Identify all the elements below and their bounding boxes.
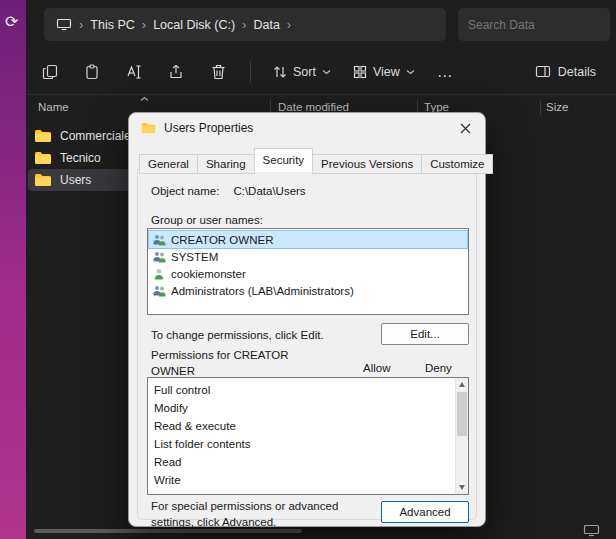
close-icon[interactable] bbox=[457, 120, 473, 136]
permissions-list: Full control Modify Read & execute List … bbox=[147, 377, 469, 495]
user-icon bbox=[152, 268, 166, 280]
breadcrumb-chevron-icon: › bbox=[79, 19, 83, 31]
paste-icon[interactable] bbox=[82, 62, 102, 82]
breadcrumb-chevron-icon: › bbox=[242, 19, 246, 31]
delete-icon[interactable] bbox=[208, 62, 228, 82]
group-user-list: CREATOR OWNER SYSTEM cookiemonster Admin… bbox=[147, 228, 469, 315]
object-name-value: C:\Data\Users bbox=[233, 185, 305, 197]
search-input[interactable] bbox=[468, 18, 616, 32]
permission-read[interactable]: Read bbox=[148, 453, 468, 471]
permissions-scrollbar[interactable] bbox=[455, 378, 468, 494]
sort-dropdown[interactable]: Sort bbox=[273, 65, 331, 79]
advanced-button[interactable]: Advanced bbox=[381, 501, 469, 523]
user-item-cookiemonster[interactable]: cookiemonster bbox=[149, 265, 467, 282]
tab-customize[interactable]: Customize bbox=[421, 154, 493, 174]
sort-icon bbox=[273, 65, 287, 79]
advanced-hint: For special permissions or advanced sett… bbox=[151, 499, 379, 530]
folder-icon bbox=[34, 151, 52, 165]
object-name-row: Object name: C:\Data\Users bbox=[151, 185, 306, 197]
app-edge-strip: ⟳ bbox=[0, 0, 26, 539]
breadcrumb-local-disk-c[interactable]: Local Disk (C:) bbox=[153, 18, 235, 32]
address-bar[interactable]: › This PC › Local Disk (C:) › Data › bbox=[44, 8, 446, 41]
user-name: SYSTEM bbox=[171, 251, 218, 263]
tab-previous-versions[interactable]: Previous Versions bbox=[312, 154, 422, 174]
users-properties-dialog: Users Properties General Sharing Securit… bbox=[128, 112, 486, 527]
toolbar: Sort View … bbox=[26, 49, 616, 95]
user-name: Administrators (LAB\Administrators) bbox=[171, 285, 354, 297]
view-toggle-icon[interactable] bbox=[583, 524, 600, 537]
group-or-user-label: Group or user names: bbox=[151, 214, 263, 226]
edit-button[interactable]: Edit... bbox=[381, 323, 469, 345]
chevron-down-icon bbox=[322, 69, 331, 75]
column-name[interactable]: Name bbox=[38, 101, 69, 113]
sort-label: Sort bbox=[293, 65, 316, 79]
view-dropdown[interactable]: View bbox=[353, 65, 415, 79]
group-icon bbox=[152, 285, 166, 297]
file-name: Tecnico bbox=[60, 151, 101, 165]
allow-column-label: Allow bbox=[363, 362, 390, 374]
details-label: Details bbox=[558, 65, 596, 79]
permission-full-control[interactable]: Full control bbox=[148, 381, 468, 399]
file-name: Users bbox=[60, 173, 91, 187]
breadcrumb-data[interactable]: Data bbox=[253, 18, 279, 32]
sort-ascending-icon bbox=[140, 96, 149, 102]
user-item-administrators[interactable]: Administrators (LAB\Administrators) bbox=[149, 282, 467, 299]
user-item-creator-owner[interactable]: CREATOR OWNER bbox=[149, 231, 467, 248]
folder-icon bbox=[34, 173, 52, 187]
breadcrumb-this-pc[interactable]: This PC bbox=[90, 18, 134, 32]
tab-security[interactable]: Security bbox=[254, 148, 314, 172]
group-icon bbox=[152, 251, 166, 263]
refresh-icon[interactable]: ⟳ bbox=[5, 14, 18, 30]
column-size[interactable]: Size bbox=[546, 101, 568, 113]
user-name: cookiemonster bbox=[171, 268, 246, 280]
rename-icon[interactable] bbox=[124, 62, 144, 82]
permission-modify[interactable]: Modify bbox=[148, 399, 468, 417]
chevron-down-icon bbox=[406, 69, 415, 75]
tab-general[interactable]: General bbox=[139, 154, 198, 174]
permission-read-execute[interactable]: Read & execute bbox=[148, 417, 468, 435]
group-icon bbox=[152, 234, 166, 246]
edit-hint: To change permissions, click Edit. bbox=[151, 329, 324, 341]
scroll-up-icon[interactable] bbox=[456, 378, 468, 391]
this-pc-icon bbox=[56, 18, 72, 31]
breadcrumb-chevron-icon: › bbox=[287, 19, 291, 31]
share-icon[interactable] bbox=[166, 62, 186, 82]
dialog-title: Users Properties bbox=[164, 121, 253, 135]
column-divider[interactable] bbox=[540, 100, 541, 115]
tab-sharing[interactable]: Sharing bbox=[197, 154, 255, 174]
user-item-system[interactable]: SYSTEM bbox=[149, 248, 467, 265]
breadcrumb-chevron-icon: › bbox=[142, 19, 146, 31]
dialog-title-bar: Users Properties bbox=[129, 113, 485, 143]
search-box[interactable] bbox=[458, 8, 610, 41]
scroll-down-icon[interactable] bbox=[456, 481, 468, 494]
deny-column-label: Deny bbox=[425, 362, 452, 374]
details-pane-icon bbox=[535, 65, 551, 78]
object-name-label: Object name: bbox=[151, 185, 219, 197]
view-label: View bbox=[373, 65, 400, 79]
more-options-icon[interactable]: … bbox=[437, 63, 454, 81]
folder-icon bbox=[141, 122, 156, 134]
user-name: CREATOR OWNER bbox=[171, 234, 273, 246]
scrollbar-thumb[interactable] bbox=[457, 392, 467, 436]
permission-write[interactable]: Write bbox=[148, 471, 468, 489]
permission-list-folder-contents[interactable]: List folder contents bbox=[148, 435, 468, 453]
screen: ⟳ › This PC › Local Disk (C:) › Data › bbox=[0, 0, 616, 539]
copy-icon[interactable] bbox=[40, 62, 60, 82]
folder-icon bbox=[34, 129, 52, 143]
dialog-tabs: General Sharing Security Previous Versio… bbox=[139, 148, 492, 172]
view-grid-icon bbox=[353, 65, 367, 79]
permissions-for-label: Permissions for CREATOR OWNER bbox=[151, 348, 316, 379]
file-name: Commerciale bbox=[60, 129, 131, 143]
toolbar-separator bbox=[250, 61, 251, 83]
details-button[interactable]: Details bbox=[535, 65, 602, 79]
